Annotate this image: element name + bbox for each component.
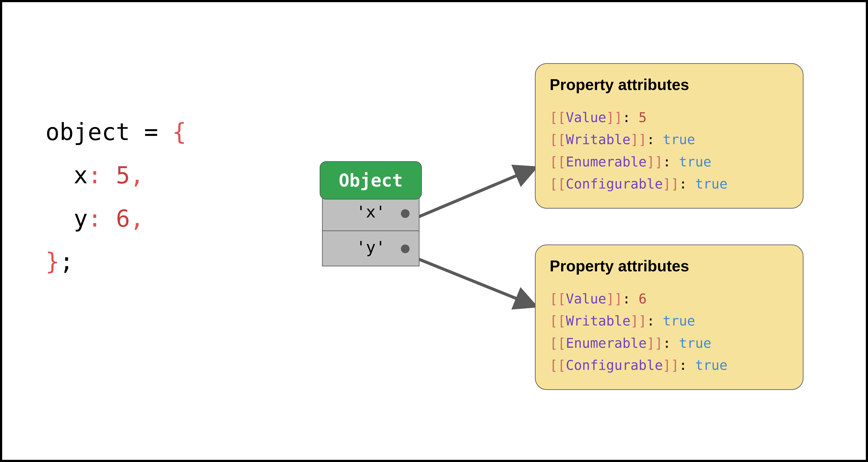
code-line-2: x: 5, (45, 154, 186, 197)
attr-configurable-line-2: [[Configurable]]: true (550, 354, 789, 376)
attr-writable-line-1: [[Writable]]: true (550, 129, 789, 151)
attr-enumerable-line-2: [[Enumerable]]: true (550, 332, 789, 354)
object-header: Object (320, 161, 422, 199)
svg-line-1 (409, 169, 533, 221)
attr-configurable-line-1: [[Configurable]]: true (550, 173, 789, 195)
attr-title-1: Property attributes (550, 76, 789, 94)
object-row-y: 'y' (323, 231, 419, 266)
code-line-4: }; (45, 240, 186, 283)
code-object-keyword: object (45, 119, 130, 145)
code-val-x: 5 (116, 162, 130, 189)
code-comma-x: , (130, 162, 144, 189)
object-rows: 'x' 'y' (322, 195, 420, 266)
code-colon-x: : (88, 162, 116, 189)
svg-line-3 (409, 255, 533, 305)
code-semicolon: ; (60, 248, 74, 275)
property-attributes-box-y: Property attributes [[Value]]: 6 [[Writa… (535, 244, 803, 390)
code-equals: = (130, 119, 172, 145)
code-key-x: x (45, 162, 88, 189)
property-attributes-box-x: Property attributes [[Value]]: 5 [[Writa… (535, 63, 803, 208)
connector-dot-y (401, 244, 409, 253)
arrow-x (407, 162, 541, 227)
attr-value-line-1: [[Value]]: 5 (550, 106, 789, 129)
attr-title-2: Property attributes (550, 257, 789, 275)
code-key-y: y (45, 205, 88, 232)
code-comma-y: , (130, 205, 144, 232)
code-brace-open: { (172, 119, 186, 145)
attr-writable-line-2: [[Writable]]: true (550, 310, 789, 332)
code-line-1: object = { (45, 110, 186, 154)
code-colon-y: : (88, 205, 116, 232)
code-val-y: 6 (116, 205, 130, 232)
object-row-x-label: 'x' (356, 202, 385, 221)
code-line-3: y: 6, (45, 197, 186, 240)
code-brace-close: } (45, 248, 60, 275)
code-snippet: object = { x: 5, y: 6, }; (45, 110, 186, 283)
arrow-y (407, 251, 541, 311)
diagram-frame: object = { x: 5, y: 6, }; Object 'x' 'y' (0, 0, 868, 462)
attr-value-line-2: [[Value]]: 6 (550, 288, 789, 310)
object-row-y-label: 'y' (356, 238, 385, 257)
attr-enumerable-line-1: [[Enumerable]]: true (550, 151, 789, 173)
object-diagram: Object 'x' 'y' (320, 161, 422, 266)
object-row-x: 'x' (323, 196, 419, 231)
connector-dot-x (401, 209, 409, 218)
